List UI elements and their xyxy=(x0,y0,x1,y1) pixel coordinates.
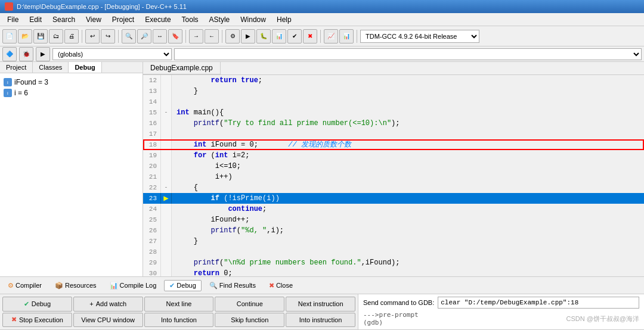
into-instruction-btn[interactable]: Into instruction xyxy=(286,313,355,328)
stop-execution-btn[interactable]: ✖ Stop Execution xyxy=(2,313,72,328)
tab-find-results[interactable]: 🔍 Find Results xyxy=(204,280,261,291)
profile-btn[interactable]: 📊 xyxy=(272,29,286,43)
var-icon-1: i xyxy=(4,78,12,86)
branding-label: CSDN @饼干叔叔@海洋 xyxy=(554,315,639,323)
menu-window[interactable]: Window xyxy=(236,14,271,25)
line-marker-16 xyxy=(161,118,172,129)
menu-tools[interactable]: Tools xyxy=(177,14,203,25)
code-text-24: continue; xyxy=(172,204,267,214)
close-icon: ✖ xyxy=(269,282,274,289)
check-btn[interactable]: ✔ xyxy=(287,29,302,43)
continue-btn[interactable]: Continue xyxy=(215,297,284,312)
new-btn[interactable]: 📄 xyxy=(2,29,17,43)
chart2-btn[interactable]: 📊 xyxy=(339,29,354,43)
tab-close[interactable]: ✖ Close xyxy=(264,280,298,291)
code-text-25: iFound++; xyxy=(172,214,249,225)
line-num-23: 23 xyxy=(143,193,161,204)
tab-debug[interactable]: Debug xyxy=(69,62,101,73)
bookmark-btn[interactable]: 🔖 xyxy=(168,29,182,43)
debug-btn-panel: ✔ Debug + Add watch Next line Continue N… xyxy=(0,294,358,329)
skip-function-btn[interactable]: Skip function xyxy=(215,313,284,328)
compile-btn[interactable]: ⚙ xyxy=(225,29,240,43)
method-dropdown[interactable] xyxy=(174,48,642,60)
line-num-24: 24 xyxy=(143,204,161,214)
menu-file[interactable]: File xyxy=(2,14,23,25)
code-line-18: 18 int iFound = 0; // 发现的质数个数 xyxy=(143,139,644,150)
next-instruction-btn[interactable]: Next instruction xyxy=(286,297,355,312)
line-num-29: 29 xyxy=(143,257,161,268)
app-window: D:\temp\DebugExample.cpp - [Debugging] -… xyxy=(0,0,644,330)
menu-bar: File Edit Search View Project Execute To… xyxy=(0,13,644,26)
indent-btn[interactable]: → xyxy=(189,29,203,43)
line-num-18: 18 xyxy=(143,139,161,150)
class-icon-btn[interactable]: 🔷 xyxy=(2,47,17,61)
add-watch-btn[interactable]: + Add watch xyxy=(73,297,143,312)
tab-find-label: Find Results xyxy=(219,282,256,289)
gdb-command-input[interactable] xyxy=(438,297,639,309)
menu-help[interactable]: Help xyxy=(272,14,296,25)
line-num-30: 30 xyxy=(143,268,161,276)
unindent-btn[interactable]: ← xyxy=(205,29,219,43)
chart1-btn[interactable]: 📈 xyxy=(324,29,338,43)
save-btn[interactable]: 💾 xyxy=(33,29,48,43)
tab-project[interactable]: Project xyxy=(0,62,33,73)
line-marker-13 xyxy=(161,86,172,96)
open-btn[interactable]: 📂 xyxy=(18,29,32,43)
line-marker-19 xyxy=(161,150,172,161)
code-text-21: i++) xyxy=(172,172,233,182)
file-tabs-bar: DebugExample.cpp xyxy=(143,62,644,75)
line-marker-15[interactable]: - xyxy=(161,107,172,118)
tab-compiler-label: Compiler xyxy=(16,282,42,289)
debug-icon-btn[interactable]: 🐞 xyxy=(19,47,33,61)
tab-compile-log-label: Compile Log xyxy=(120,282,157,289)
debug-btn[interactable]: ✔ Debug xyxy=(2,297,72,312)
stop-btn[interactable]: ✖ xyxy=(303,29,317,43)
menu-execute[interactable]: Execute xyxy=(140,14,175,25)
gdb-command-row: Send command to GDB: xyxy=(363,297,639,309)
menu-view[interactable]: View xyxy=(81,14,106,25)
tab-resources[interactable]: 📦 Resources xyxy=(49,280,102,291)
code-line-29: 29 printf("\n%d prime numbers been found… xyxy=(143,257,644,268)
menu-edit[interactable]: Edit xyxy=(24,14,47,25)
save-all-btn[interactable]: 🗂 xyxy=(49,29,63,43)
code-text-20: i<=10; xyxy=(172,161,241,172)
view-cpu-btn[interactable]: View CPU window xyxy=(73,313,143,328)
code-text-28 xyxy=(172,247,177,257)
content-area: Project Classes Debug i iFound = 3 i i =… xyxy=(0,62,644,276)
code-line-13: 13 } xyxy=(143,86,644,96)
print-btn[interactable]: 🖨 xyxy=(64,29,79,43)
line-marker-30 xyxy=(161,268,172,276)
line-num-26: 26 xyxy=(143,225,161,236)
tab-classes[interactable]: Classes xyxy=(33,62,69,73)
toolbar-sep-1 xyxy=(82,30,82,43)
class-dropdown[interactable]: (globals) xyxy=(52,48,172,60)
file-tab[interactable]: DebugExample.cpp xyxy=(143,62,221,74)
replace-btn[interactable]: ↔ xyxy=(153,29,167,43)
compiler-select[interactable]: TDM-GCC 4.9.2 64-bit Release xyxy=(360,30,479,43)
code-text-19: for (int i=2; xyxy=(172,150,249,161)
debug-run-btn[interactable]: 🐛 xyxy=(256,29,271,43)
find-btn[interactable]: 🔍 xyxy=(122,29,136,43)
menu-search[interactable]: Search xyxy=(48,14,80,25)
debug-var-1: i iFound = 3 xyxy=(4,77,139,88)
tab-compiler[interactable]: ⚙ Compiler xyxy=(2,280,47,291)
line-marker-25 xyxy=(161,214,172,225)
undo-btn[interactable]: ↩ xyxy=(85,29,100,43)
var-icon-2: i xyxy=(4,89,12,97)
line-marker-23: ▶ xyxy=(161,193,172,204)
line-num-28: 28 xyxy=(143,247,161,257)
code-scroll[interactable]: 12 return true; 13 } 14 xyxy=(143,75,644,276)
menu-astyle[interactable]: AStyle xyxy=(205,14,235,25)
tab-debug-bottom[interactable]: ✔ Debug xyxy=(164,280,201,291)
toolbar-sep-4 xyxy=(222,30,222,43)
line-num-17: 17 xyxy=(143,129,161,139)
into-function-btn[interactable]: Into function xyxy=(144,313,214,328)
find2-btn[interactable]: 🔎 xyxy=(137,29,151,43)
exec-icon-btn[interactable]: ▶ xyxy=(36,47,50,61)
redo-btn[interactable]: ↪ xyxy=(101,29,115,43)
run-btn[interactable]: ▶ xyxy=(241,29,255,43)
menu-project[interactable]: Project xyxy=(107,14,139,25)
next-line-btn[interactable]: Next line xyxy=(144,297,214,312)
tab-compile-log[interactable]: 📊 Compile Log xyxy=(104,280,162,291)
line-marker-22[interactable]: - xyxy=(161,182,172,193)
